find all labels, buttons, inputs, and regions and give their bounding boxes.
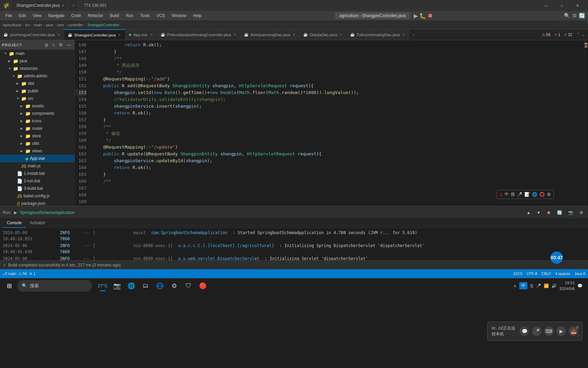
notif-chat[interactable]: 💬 (520, 326, 529, 336)
menu-file[interactable]: File (3, 12, 15, 19)
tab-close[interactable]: ✕ (56, 32, 61, 37)
taskbar-app-ie[interactable] (153, 279, 167, 292)
bc-src[interactable]: src (25, 23, 30, 27)
tab-pinzhengce[interactable]: ☕ pinzhengceController.java ✕ (0, 29, 64, 40)
sidebar-collapse-btn[interactable]: ≡ (51, 42, 56, 48)
tray-mic[interactable]: 🎤 (536, 283, 541, 288)
notif-play[interactable]: ▶ (556, 326, 566, 336)
maximize-button[interactable]: □ (554, 0, 570, 11)
collapse-icon[interactable]: ⌄ (582, 32, 585, 37)
new-tab[interactable]: + (69, 0, 78, 11)
console-output[interactable]: 2024-05-06 19:48:18.053 INFO 7860 --- [ … (0, 228, 588, 260)
taskbar-search[interactable]: 🔍 搜索 (17, 280, 92, 292)
notif-mic[interactable]: 🎤 (532, 326, 541, 336)
close-button[interactable]: ✕ (570, 0, 585, 11)
run-down-btn[interactable]: ▼ (535, 209, 543, 216)
tree-public[interactable]: ▶📁public (0, 87, 75, 95)
sidebar-close-btn[interactable]: — (66, 42, 73, 48)
tab-tuihuo[interactable]: ☕ TuihuoshenqingDao.java ✕ (347, 29, 409, 40)
menu-refactor[interactable]: Refactor (85, 12, 106, 19)
tree-views[interactable]: ▶📁views (0, 147, 75, 155)
tray-expand[interactable]: ∧ (513, 283, 517, 288)
tab-close-app[interactable]: ✕ (149, 32, 153, 37)
run-settings-btn[interactable]: ⚙ (577, 209, 585, 216)
code-content[interactable]: return R.ok(); } /** * 商品保存 */ @RequestM… (90, 40, 584, 206)
tree-main[interactable]: ▼📁main (0, 50, 75, 57)
sidebar-settings-btn[interactable]: ⚙ (58, 42, 64, 48)
indent-status[interactable]: 4 spaces (555, 272, 570, 276)
update-icon[interactable]: 🔄 (579, 13, 585, 19)
tree-store[interactable]: ▶📁store (0, 132, 75, 140)
bc-agricultural[interactable]: agricultural (3, 23, 21, 27)
tab-pinkun[interactable]: ☕ PinkundianjiashenqingController.java ✕ (157, 29, 241, 40)
minimize-button[interactable]: — (538, 0, 554, 11)
tree-babel[interactable]: JSbabel.config.js (0, 192, 75, 200)
notif-expand-btn[interactable]: › (578, 333, 579, 338)
tree-admin[interactable]: ▼📁admin.admin (0, 72, 75, 80)
bc-com[interactable]: com (57, 23, 64, 27)
tree-src[interactable]: ▼📁src (0, 95, 75, 102)
tree-java[interactable]: ▶📁java (0, 57, 75, 65)
encoding-status[interactable]: UTF-8 (527, 272, 537, 276)
tree-router[interactable]: ▶📁router (0, 125, 75, 132)
tree-app-vue[interactable]: ◆App.vue (0, 155, 75, 162)
menu-window[interactable]: Window (169, 12, 189, 19)
title-tab[interactable]: ShangpinController.java ✕ (12, 0, 69, 11)
tray-lang[interactable]: 中 (519, 282, 527, 289)
menu-code[interactable]: Code (68, 12, 84, 19)
tree-mainjs[interactable]: JSmain.js (0, 162, 75, 170)
tab-close-dianjia[interactable]: ✕ (339, 32, 343, 37)
tree-assets[interactable]: ▶📁assets (0, 102, 75, 110)
tray-notification[interactable]: 💬 (577, 283, 583, 288)
tab-aixinjuan[interactable]: ☕ AixinjuanzengDao.java ✕ (241, 29, 300, 40)
tab-console[interactable]: Console (3, 218, 26, 228)
run-camera-btn[interactable]: 📷 (566, 209, 575, 216)
tab-shangpin[interactable]: ☕ ShangpinController.java ✕ (64, 29, 125, 40)
bc-java[interactable]: java (46, 23, 53, 27)
tree-package-json[interactable]: {}package.json (0, 200, 75, 206)
bc-controller[interactable]: controller (68, 23, 83, 27)
tree-install-bat[interactable]: 📄1-install.bat (0, 170, 75, 177)
editor-area[interactable]: 146 147 148 149 150 151 152 153 154 155 … (75, 40, 588, 206)
line-sep-status[interactable]: CRLF (541, 272, 551, 276)
tab-close-shangpin[interactable]: ✕ (117, 33, 121, 37)
taskbar-app-red[interactable]: 🔴 (196, 279, 210, 292)
search-icon[interactable]: 🔍 (564, 13, 570, 19)
menu-edit[interactable]: Edit (16, 12, 29, 19)
tray-sogou[interactable]: S (530, 283, 533, 289)
tree-utils[interactable]: ▶📁utils (0, 140, 75, 147)
tab-close-aixinjuan[interactable]: ✕ (292, 32, 296, 37)
run-up-btn[interactable]: ▲ (524, 209, 533, 216)
tab-actuator[interactable]: Actuator (26, 218, 49, 228)
expand-icon[interactable]: ⌃ (576, 32, 580, 37)
tab-close-pinkun[interactable]: ✕ (233, 32, 237, 37)
run-stop-btn[interactable]: ⏹ (545, 209, 553, 216)
menu-navigate[interactable]: Navigate (46, 12, 67, 19)
settings-icon[interactable]: ⚙ (572, 13, 577, 19)
taskbar-app-files[interactable]: 🗂 (139, 279, 152, 292)
tab-app-vue[interactable]: ◆ App.vue ✕ (125, 29, 157, 40)
more-tabs[interactable]: › (411, 32, 416, 37)
tree-build-bat[interactable]: 📄3-build.bat (0, 185, 75, 192)
run-icon[interactable]: ▶ (414, 13, 418, 19)
tray-network[interactable]: 📶 (544, 283, 549, 288)
tray-volume[interactable]: 🔊 (552, 283, 557, 288)
git-status[interactable]: ⎇ main (3, 272, 16, 276)
notif-keyboard[interactable]: ⌨ (544, 326, 554, 336)
menu-run[interactable]: Run (123, 12, 136, 19)
notif-close-btn[interactable]: ✕ (575, 325, 579, 330)
tree-dist[interactable]: ▶📁dist (0, 80, 75, 87)
tree-run-bat[interactable]: 📄2-run.bat (0, 177, 75, 185)
clock[interactable]: 19:51 2024/5/6 (559, 280, 575, 291)
taskbar-app-edge[interactable]: 🌐 (125, 279, 138, 292)
tab-dianjia[interactable]: ☕ DianjiaDao.java ✕ (300, 29, 347, 40)
menu-vcs[interactable]: VCS (154, 12, 168, 19)
start-button[interactable]: ⊞ (3, 279, 16, 292)
menu-help[interactable]: Help (190, 12, 204, 19)
line-col-status[interactable]: 152:5 (513, 272, 523, 276)
taskbar-app-settings[interactable]: ⚙ (167, 279, 181, 292)
stop-icon[interactable]: ⏹ (427, 13, 433, 19)
tree-components[interactable]: ▶📁components (0, 110, 75, 117)
bc-main[interactable]: main (34, 23, 42, 27)
taskbar-app-weather[interactable]: 27°C (96, 279, 110, 292)
